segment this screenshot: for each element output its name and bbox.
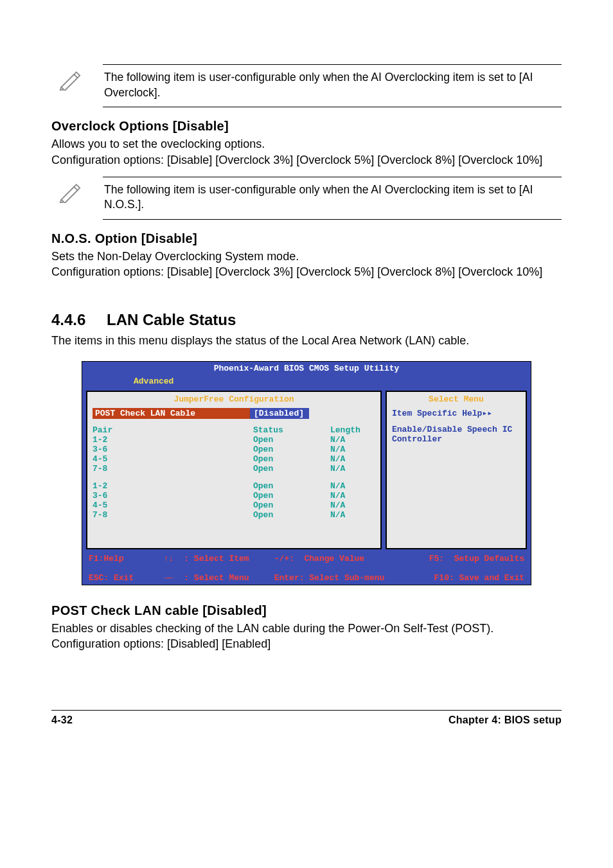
cell-status: Open [253, 435, 330, 445]
cell-length: N/A [330, 464, 375, 474]
cell-pair: 7-8 [93, 510, 253, 520]
cell-pair: 1-2 [93, 435, 253, 445]
overclock-heading: Overclock Options [Disable] [51, 119, 562, 134]
section-intro: The items in this menu displays the stat… [51, 333, 562, 348]
cell-status: Open [253, 500, 330, 510]
bios-col-length: Length [330, 425, 375, 435]
table-row: 3-6OpenN/A [93, 445, 375, 454]
table-row: 1-2OpenN/A [93, 435, 375, 445]
table-row: 3-6OpenN/A [93, 491, 375, 500]
cell-pair: 3-6 [93, 445, 253, 454]
bios-col-status: Status [253, 425, 330, 435]
note-text-2: The following item is user-configurable … [103, 177, 562, 220]
pencil-icon [51, 177, 103, 206]
cell-length: N/A [330, 481, 375, 491]
bios-left-title: JumperFree Configuration [93, 394, 375, 404]
bios-foot-selectmenu: →← : Select Menu [164, 573, 249, 583]
page-footer: 4-32 Chapter 4: BIOS setup [51, 710, 562, 726]
cell-pair: 4-5 [93, 500, 253, 510]
table-row: 4-5OpenN/A [93, 454, 375, 464]
cell-status: Open [253, 481, 330, 491]
bios-tabbar: Advanced [82, 375, 531, 388]
bios-foot-help: F1:Help [89, 554, 124, 563]
note-text-1: The following item is user-configurable … [103, 64, 562, 107]
bios-highlight-value: [Disabled] [250, 408, 309, 419]
note-block-1: The following item is user-configurable … [51, 64, 562, 107]
bios-table: Pair Status Length 1-2OpenN/A3-6OpenN/A4… [93, 425, 375, 545]
cell-length: N/A [330, 500, 375, 510]
chapter-label: Chapter 4: BIOS setup [449, 714, 562, 726]
nos-body: Sets the Non-Delay Overclocking System m… [51, 249, 562, 280]
cell-status: Open [253, 445, 330, 454]
page-number: 4-32 [51, 714, 73, 726]
overclock-body: Allows you to set the oveclocking option… [51, 136, 562, 168]
bios-col-pair: Pair [93, 425, 253, 435]
cell-status: Open [253, 464, 330, 474]
pencil-icon [51, 64, 103, 93]
cell-status: Open [253, 510, 330, 520]
cell-pair: 4-5 [93, 454, 253, 464]
cell-pair: 1-2 [93, 481, 253, 491]
bios-title: Phoenix-Award BIOS CMOS Setup Utility [82, 362, 531, 375]
bios-left-panel: JumperFree Configuration POST Check LAN … [86, 391, 382, 549]
postcheck-body: Enables or disables checking of the LAN … [51, 621, 562, 652]
bios-screenshot: Phoenix-Award BIOS CMOS Setup Utility Ad… [82, 361, 531, 585]
cell-length: N/A [330, 510, 375, 520]
nos-heading: N.O.S. Option [Disable] [51, 231, 562, 246]
bios-right-panel: Select Menu Item Specific Help▸▸ Enable/… [386, 391, 527, 549]
cell-length: N/A [330, 445, 375, 454]
bios-right-title: Select Menu [392, 394, 520, 404]
bios-footer: F1:Help ↑↓ : Select Item -/+: Change Val… [82, 552, 531, 585]
bios-foot-change: -/+: Change Value [274, 554, 364, 563]
cell-status: Open [253, 454, 330, 464]
bios-tab-advanced: Advanced [127, 375, 180, 387]
bios-highlight-row: POST Check LAN Cable [Disabled] [93, 408, 375, 419]
table-row: 7-8OpenN/A [93, 510, 375, 520]
section-number: 4.4.6 [51, 311, 107, 329]
cell-pair: 7-8 [93, 464, 253, 474]
cell-length: N/A [330, 491, 375, 500]
table-row: 7-8OpenN/A [93, 464, 375, 474]
section-title: LAN Cable Status [107, 311, 236, 328]
cell-length: N/A [330, 454, 375, 464]
bios-help-text: Enable/Disable Speech IC Controller [392, 425, 520, 444]
table-row: 1-2OpenN/A [93, 481, 375, 491]
note-block-2: The following item is user-configurable … [51, 177, 562, 220]
bios-help-header: Item Specific Help▸▸ [392, 408, 520, 418]
table-row: 4-5OpenN/A [93, 500, 375, 510]
bios-foot-selectitem: ↑↓ : Select Item [164, 554, 249, 563]
bios-foot-exit: ESC: Exit [89, 573, 134, 583]
bios-foot-defaults: F5: Setup Defaults [429, 554, 524, 563]
cell-length: N/A [330, 435, 375, 445]
bios-highlight-label: POST Check LAN Cable [93, 408, 250, 419]
cell-status: Open [253, 491, 330, 500]
postcheck-heading: POST Check LAN cable [Disabled] [51, 603, 562, 618]
section-heading: 4.4.6LAN Cable Status [51, 311, 562, 329]
bios-foot-save: F10: Save and Exit [434, 573, 524, 583]
cell-pair: 3-6 [93, 491, 253, 500]
bios-foot-enter: Enter: Select Sub-menu [274, 573, 385, 583]
